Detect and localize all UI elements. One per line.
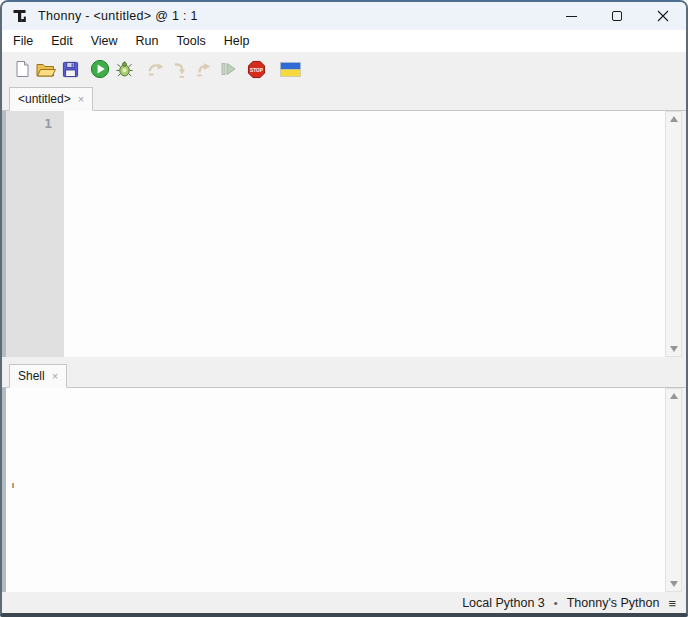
toolbar: STOP — [2, 52, 686, 86]
line-number-gutter: 1 — [6, 111, 64, 357]
backend-label[interactable]: Thonny's Python — [567, 596, 660, 610]
minimize-icon — [566, 16, 577, 17]
backend-menu-icon[interactable]: ≡ — [668, 596, 676, 611]
open-file-button[interactable] — [34, 56, 58, 82]
tab-untitled-label: <untitled> — [18, 92, 71, 106]
editor-scrollbar[interactable] — [665, 111, 682, 357]
menu-view[interactable]: View — [82, 31, 127, 51]
maximize-icon — [612, 11, 622, 21]
stop-sign-icon: STOP — [247, 60, 266, 79]
status-separator: • — [554, 597, 558, 609]
tab-shell[interactable]: Shell × — [9, 364, 67, 388]
shell-output-area[interactable] — [6, 388, 665, 592]
close-button[interactable] — [640, 2, 686, 30]
interpreter-label[interactable]: Local Python 3 — [462, 596, 545, 610]
menu-edit[interactable]: Edit — [42, 31, 82, 51]
menu-help[interactable]: Help — [215, 31, 259, 51]
new-file-icon — [14, 60, 31, 78]
close-icon — [657, 10, 669, 22]
step-out-button — [192, 56, 216, 82]
shell-cursor — [12, 483, 14, 488]
open-folder-icon — [36, 61, 56, 78]
step-out-icon — [194, 59, 214, 79]
step-into-icon — [170, 59, 190, 79]
line-number: 1 — [6, 116, 52, 131]
save-file-button[interactable] — [58, 56, 82, 82]
support-ukraine-button[interactable] — [278, 56, 302, 82]
menu-bar: File Edit View Run Tools Help — [2, 30, 686, 52]
scroll-down-icon[interactable] — [670, 581, 678, 587]
debug-bug-icon — [115, 60, 134, 79]
ukraine-flag-icon — [280, 62, 301, 77]
scroll-down-icon[interactable] — [670, 346, 678, 352]
run-button[interactable] — [88, 56, 112, 82]
stop-button[interactable]: STOP — [244, 56, 268, 82]
step-into-button — [168, 56, 192, 82]
shell-scrollbar[interactable] — [665, 388, 682, 592]
run-play-icon — [90, 59, 110, 79]
window-title: Thonny - <untitled> @ 1 : 1 — [38, 9, 198, 23]
code-editor-area[interactable] — [64, 111, 665, 357]
save-floppy-icon — [62, 61, 79, 78]
thonny-window: Thonny - <untitled> @ 1 : 1 File Edit Vi… — [0, 0, 688, 617]
debug-button[interactable] — [112, 56, 136, 82]
shell-panel — [2, 388, 686, 592]
status-bar: Local Python 3 • Thonny's Python ≡ — [2, 592, 686, 614]
step-over-button — [144, 56, 168, 82]
editor-tab-bar: <untitled> × — [2, 86, 686, 111]
title-bar: Thonny - <untitled> @ 1 : 1 — [2, 2, 686, 30]
scroll-up-icon[interactable] — [670, 393, 678, 399]
window-controls — [548, 2, 686, 30]
maximize-button[interactable] — [594, 2, 640, 30]
minimize-button[interactable] — [548, 2, 594, 30]
thonny-app-icon — [12, 8, 29, 25]
tab-shell-label: Shell — [18, 369, 45, 383]
menu-tools[interactable]: Tools — [168, 31, 215, 51]
resume-button — [216, 56, 240, 82]
svg-text:STOP: STOP — [250, 67, 263, 72]
editor-panel: 1 — [2, 111, 686, 357]
tab-untitled-close-icon[interactable]: × — [78, 94, 84, 105]
tab-untitled[interactable]: <untitled> × — [9, 87, 93, 111]
step-over-icon — [146, 59, 166, 79]
menu-run[interactable]: Run — [127, 31, 168, 51]
resume-play-icon — [218, 59, 238, 79]
new-file-button[interactable] — [10, 56, 34, 82]
shell-tab-bar: Shell × — [2, 363, 686, 388]
scroll-up-icon[interactable] — [670, 116, 678, 122]
menu-file[interactable]: File — [4, 31, 42, 51]
tab-shell-close-icon[interactable]: × — [52, 371, 58, 382]
